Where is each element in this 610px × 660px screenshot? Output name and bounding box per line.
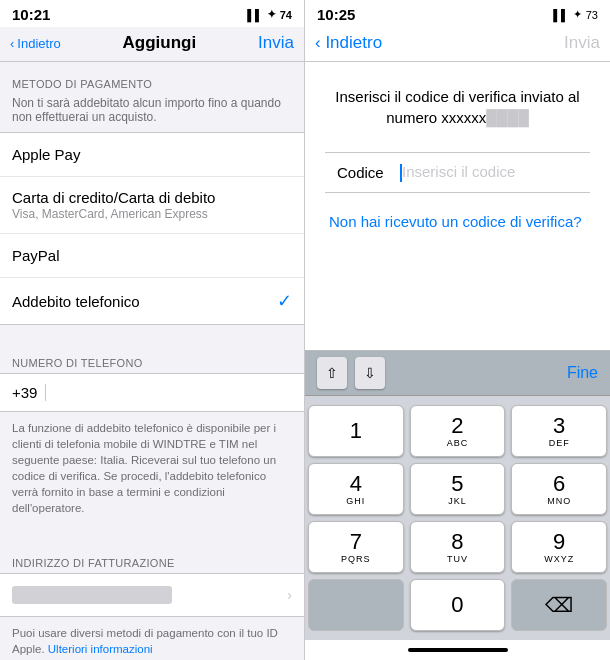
- phone-input-row[interactable]: +39: [0, 373, 304, 412]
- status-icons-left: ▌▌ ✦ 74: [247, 8, 292, 21]
- chevron-left-icon: ‹: [10, 36, 14, 51]
- chevron-left-icon-right: ‹: [315, 33, 325, 52]
- content-left: METODO DI PAGAMENTO Non ti sarà addebita…: [0, 62, 304, 660]
- signal-icon: ▌▌: [247, 9, 263, 21]
- list-item[interactable]: Addebito telefonico ✓: [0, 278, 304, 324]
- arrow-up-key[interactable]: ⇧: [317, 357, 347, 389]
- time-left: 10:21: [12, 6, 50, 23]
- key-empty: [308, 579, 404, 631]
- wifi-icon-right: ✦: [573, 8, 582, 21]
- key-1[interactable]: 1: [308, 405, 404, 457]
- payment-label-3: Addebito telefonico: [12, 293, 140, 310]
- billing-placeholder: [12, 586, 172, 604]
- home-bar: [408, 648, 508, 652]
- checkmark-icon: ✓: [277, 290, 292, 312]
- status-bar-right: 10:25 ▌▌ ✦ 73: [305, 0, 610, 27]
- verify-content: Inserisci il codice di verifica inviato …: [305, 62, 610, 350]
- nav-bar-left: ‹ Indietro Aggiungi Invia: [0, 27, 304, 62]
- time-right: 10:25: [317, 6, 355, 23]
- payment-label-1: Carta di credito/Carta di debito: [12, 189, 215, 206]
- numpad: 1 2 ABC 3 DEF 4 GHI 5 JKL 6 MNO: [305, 396, 610, 640]
- keyboard-toolbar: ⇧ ⇩ Fine: [305, 351, 610, 396]
- signal-icon-right: ▌▌: [553, 9, 569, 21]
- payment-section-desc: Non ti sarà addebitato alcun importo fin…: [0, 94, 304, 132]
- ulteriori-info-link[interactable]: Ulteriori informazioni: [48, 643, 153, 655]
- footer-text-1: Puoi usare diversi metodi di pagamento c…: [0, 617, 304, 660]
- nav-title-left: Aggiungi: [123, 33, 197, 53]
- resend-link[interactable]: Non hai ricevuto un codice di verifica?: [325, 213, 590, 230]
- billing-item[interactable]: ›: [0, 573, 304, 617]
- key-7[interactable]: 7 PQRS: [308, 521, 404, 573]
- code-label: Codice: [337, 164, 387, 181]
- payment-section-header: METODO DI PAGAMENTO: [0, 62, 304, 94]
- key-9[interactable]: 9 WXYZ: [511, 521, 607, 573]
- status-bar-left: 10:21 ▌▌ ✦ 74: [0, 0, 304, 27]
- payment-methods-list: Apple Pay Carta di credito/Carta di debi…: [0, 132, 304, 325]
- key-6[interactable]: 6 MNO: [511, 463, 607, 515]
- wifi-icon: ✦: [267, 8, 276, 21]
- phone-info-text: La funzione di addebito telefonico è dis…: [0, 412, 304, 525]
- arrow-down-key[interactable]: ⇩: [355, 357, 385, 389]
- list-item[interactable]: PayPal: [0, 234, 304, 278]
- delete-key[interactable]: ⌫: [511, 579, 607, 631]
- payment-label-0: Apple Pay: [12, 146, 80, 163]
- done-button[interactable]: Fine: [567, 364, 598, 382]
- back-button-right[interactable]: ‹ Indietro: [315, 33, 382, 53]
- chevron-right-icon: ›: [287, 587, 292, 603]
- key-8[interactable]: 8 TUV: [410, 521, 506, 573]
- invia-button-left[interactable]: Invia: [258, 33, 294, 53]
- key-5[interactable]: 5 JKL: [410, 463, 506, 515]
- verify-message: Inserisci il codice di verifica inviato …: [325, 86, 590, 128]
- key-0[interactable]: 0: [410, 579, 506, 631]
- key-3[interactable]: 3 DEF: [511, 405, 607, 457]
- key-2[interactable]: 2 ABC: [410, 405, 506, 457]
- phone-section: NUMERO DI TELEFONO +39 La funzione di ad…: [0, 341, 304, 525]
- phone-section-header: NUMERO DI TELEFONO: [0, 341, 304, 373]
- back-button-left[interactable]: ‹ Indietro: [10, 36, 61, 51]
- battery-right: 73: [586, 9, 598, 21]
- billing-section-header: INDIRIZZO DI FATTURAZIONE: [0, 541, 304, 573]
- keyboard: ⇧ ⇩ Fine 1 2 ABC 3 DEF 4 GHI 5: [305, 350, 610, 660]
- payment-label-2: PayPal: [12, 247, 60, 264]
- list-item[interactable]: Carta di credito/Carta di debito Visa, M…: [0, 177, 304, 234]
- invia-button-right: Invia: [564, 33, 600, 53]
- code-input-row[interactable]: Codice Inserisci il codice: [325, 152, 590, 193]
- payment-sub-1: Visa, MasterCard, American Express: [12, 207, 215, 221]
- billing-section: INDIRIZZO DI FATTURAZIONE ›: [0, 541, 304, 617]
- left-panel: 10:21 ▌▌ ✦ 74 ‹ Indietro Aggiungi Invia …: [0, 0, 305, 660]
- key-4[interactable]: 4 GHI: [308, 463, 404, 515]
- right-panel: 10:25 ▌▌ ✦ 73 ‹ Indietro Invia Inserisci…: [305, 0, 610, 660]
- list-item[interactable]: Apple Pay: [0, 133, 304, 177]
- battery-left: 74: [280, 9, 292, 21]
- home-indicator: [305, 640, 610, 660]
- status-icons-right: ▌▌ ✦ 73: [553, 8, 598, 21]
- nav-bar-right: ‹ Indietro Invia: [305, 27, 610, 62]
- phone-prefix: +39: [12, 384, 46, 401]
- keyboard-arrows: ⇧ ⇩: [317, 357, 385, 389]
- code-input[interactable]: Inserisci il codice: [399, 163, 515, 182]
